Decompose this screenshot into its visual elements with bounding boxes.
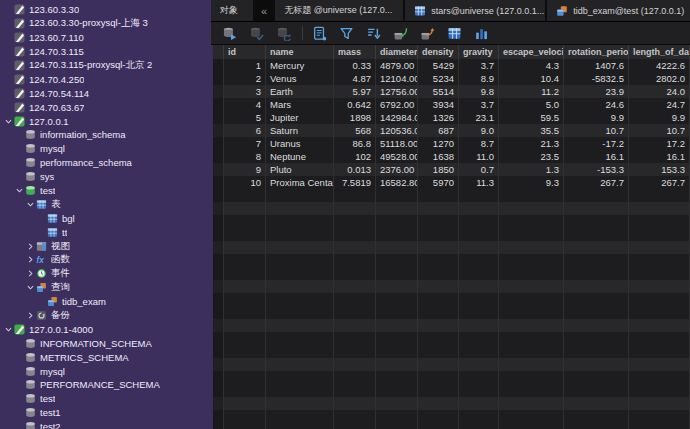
grid-view-button[interactable] <box>446 25 463 42</box>
cell-escape_velocity[interactable]: 9.3 <box>499 176 564 189</box>
chart-button[interactable] <box>473 25 490 42</box>
cell-mass[interactable]: 0.642 <box>334 98 376 111</box>
cell-escape_velocity[interactable]: 4.3 <box>499 59 564 72</box>
cell-diameter[interactable]: 6792.00 <box>376 98 418 111</box>
tree-item-performance_schema[interactable]: performance_schema <box>0 156 211 170</box>
tree-item-123.60.3.30-proxysql-上海-3[interactable]: 123.60.3.30-proxysql-上海 3 <box>0 17 211 31</box>
cell-diameter[interactable]: 2376.00 <box>376 163 418 176</box>
tree-item-sys[interactable]: sys <box>0 170 211 184</box>
cell-diameter[interactable]: 142984.00 <box>376 111 418 124</box>
cell-diameter[interactable]: 12756.00 <box>376 85 418 98</box>
expand-chevron-right-icon[interactable] <box>25 256 35 263</box>
tab-stars-table[interactable]: stars@universe (127.0.0.1... <box>405 0 545 21</box>
cell-gravity[interactable]: 23.1 <box>459 111 499 124</box>
tree-item-test[interactable]: test <box>0 392 211 406</box>
tree-item-mysql[interactable]: mysql <box>0 142 211 156</box>
cell-diameter[interactable]: 51118.00 <box>376 137 418 150</box>
cell-diameter[interactable]: 12104.00 <box>376 72 418 85</box>
expand-chevron-down-icon[interactable] <box>25 201 35 208</box>
cell-rotation_period[interactable]: 24.6 <box>564 98 629 111</box>
cell-id[interactable]: 6 <box>224 124 266 137</box>
cell-length_of_day[interactable]: 10.7 <box>629 124 690 137</box>
column-header-density[interactable]: density <box>418 45 459 59</box>
filter-button[interactable] <box>338 25 355 42</box>
cell-name[interactable]: Neptune <box>266 150 334 163</box>
cell-length_of_day[interactable]: 24.0 <box>629 85 690 98</box>
cell-name[interactable]: Saturn <box>266 124 334 137</box>
tab-untitled-query[interactable]: 无标题 @universe (127.0... <box>275 0 403 21</box>
tree-item-metrics_schema[interactable]: METRICS_SCHEMA <box>0 350 211 364</box>
cell-length_of_day[interactable]: 24.7 <box>629 98 690 111</box>
tree-item-表[interactable]: 表 <box>0 197 211 211</box>
sort-button[interactable] <box>365 25 382 42</box>
cell-id[interactable]: 2 <box>224 72 266 85</box>
cell-density[interactable]: 1326 <box>418 111 459 124</box>
cell-id[interactable]: 9 <box>224 163 266 176</box>
cell-name[interactable]: Venus <box>266 72 334 85</box>
tree-item-test[interactable]: test <box>0 184 211 198</box>
column-header-mass[interactable]: mass <box>334 45 376 59</box>
tree-item-information_schema[interactable]: information_schema <box>0 128 211 142</box>
cell-id[interactable]: 5 <box>224 111 266 124</box>
cell-id[interactable]: 4 <box>224 98 266 111</box>
tree-item-123.60.7.110[interactable]: 123.60.7.110 <box>0 31 211 45</box>
tree-item-bgl[interactable]: bgl <box>0 211 211 225</box>
tree-item-备份[interactable]: 备份 <box>0 309 211 323</box>
cell-id[interactable]: 3 <box>224 85 266 98</box>
cell-density[interactable]: 1850 <box>418 163 459 176</box>
tree-item-test2[interactable]: test2 <box>0 420 211 429</box>
rollback-button[interactable] <box>275 25 292 42</box>
cell-escape_velocity[interactable]: 35.5 <box>499 124 564 137</box>
cell-name[interactable]: Earth <box>266 85 334 98</box>
cell-gravity[interactable]: 3.7 <box>459 98 499 111</box>
cell-name[interactable]: Proxima Centauri b <box>266 176 334 189</box>
cell-length_of_day[interactable]: 9.9 <box>629 111 690 124</box>
tree-item-information_schema[interactable]: INFORMATION_SCHEMA <box>0 336 211 350</box>
cell-name[interactable]: Pluto <box>266 163 334 176</box>
cell-length_of_day[interactable]: 2802.0 <box>629 72 690 85</box>
column-header-rotation_period[interactable]: rotation_period <box>564 45 629 59</box>
cell-mass[interactable]: 568 <box>334 124 376 137</box>
cell-gravity[interactable]: 0.7 <box>459 163 499 176</box>
tree-item-视图[interactable]: 视图 <box>0 239 211 253</box>
import-button[interactable] <box>392 25 409 42</box>
cell-escape_velocity[interactable]: 11.2 <box>499 85 564 98</box>
cell-escape_velocity[interactable]: 10.4 <box>499 72 564 85</box>
tree-item-tt[interactable]: tt <box>0 225 211 239</box>
tree-item-performance_schema[interactable]: PERFORMANCE_SCHEMA <box>0 378 211 392</box>
cell-rotation_period[interactable]: 10.7 <box>564 124 629 137</box>
tab-nav-back-icon[interactable]: « <box>255 0 273 21</box>
cell-name[interactable]: Jupiter <box>266 111 334 124</box>
cell-density[interactable]: 687 <box>418 124 459 137</box>
tree-item-124.70.54.114[interactable]: 124.70.54.114 <box>0 86 211 100</box>
expand-chevron-down-icon[interactable] <box>3 326 13 333</box>
cell-length_of_day[interactable]: 4222.6 <box>629 59 690 72</box>
expand-chevron-down-icon[interactable] <box>3 118 13 125</box>
tree-item-mysql[interactable]: mysql <box>0 364 211 378</box>
cell-rotation_period[interactable]: 1407.6 <box>564 59 629 72</box>
column-header-gravity[interactable]: gravity <box>459 45 499 59</box>
cell-mass[interactable]: 102 <box>334 150 376 163</box>
cell-rotation_period[interactable]: 9.9 <box>564 111 629 124</box>
cell-diameter[interactable]: 49528.00 <box>376 150 418 163</box>
cell-density[interactable]: 3934 <box>418 98 459 111</box>
cell-mass[interactable]: 5.97 <box>334 85 376 98</box>
cell-rotation_period[interactable]: -5832.5 <box>564 72 629 85</box>
tree-item-查询[interactable]: 查询 <box>0 281 211 295</box>
cell-id[interactable]: 8 <box>224 150 266 163</box>
cell-density[interactable]: 5514 <box>418 85 459 98</box>
cell-gravity[interactable]: 11.0 <box>459 150 499 163</box>
column-header-diameter[interactable]: diameter <box>376 45 418 59</box>
cell-escape_velocity[interactable]: 1.3 <box>499 163 564 176</box>
cell-diameter[interactable]: 120536.00 <box>376 124 418 137</box>
tree-item-127.0.0.1[interactable]: 127.0.0.1 <box>0 114 211 128</box>
column-header-escape_velocity[interactable]: escape_velocity <box>499 45 564 59</box>
tree-item-事件[interactable]: 事件 <box>0 267 211 281</box>
cell-mass[interactable]: 0.013 <box>334 163 376 176</box>
tree-item-tidb_exam[interactable]: tidb_exam <box>0 295 211 309</box>
cell-mass[interactable]: 0.33 <box>334 59 376 72</box>
cell-density[interactable]: 1638 <box>418 150 459 163</box>
cell-id[interactable]: 10 <box>224 176 266 189</box>
cell-density[interactable]: 5429 <box>418 59 459 72</box>
cell-escape_velocity[interactable]: 5.0 <box>499 98 564 111</box>
